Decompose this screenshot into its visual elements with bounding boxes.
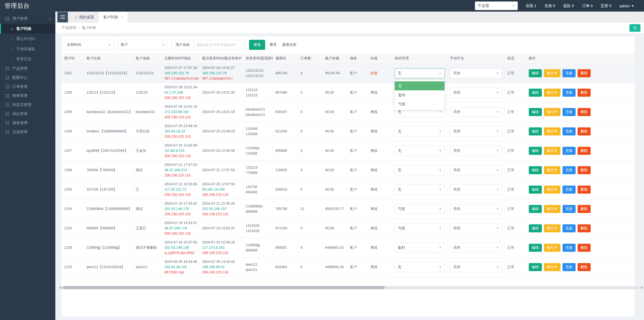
time-filter-select[interactable]: 全部时间 ▼	[64, 40, 114, 50]
risk-control-select[interactable]: 无▼	[395, 262, 445, 272]
risk-control-select[interactable]: 亏损▼	[395, 204, 445, 214]
action-button-编辑[interactable]: 编辑	[529, 205, 542, 213]
action-button-编辑[interactable]: 编辑	[529, 127, 542, 135]
action-button-充值[interactable]: 充值	[562, 224, 576, 232]
action-button-编辑[interactable]: 编辑	[529, 166, 542, 174]
sidebar-subitem-禁止IP访问[interactable]: ›禁止IP访问	[0, 34, 55, 44]
horizontal-scrollbar[interactable]: ◀ ▶	[58, 286, 644, 289]
topbar-stat-在线[interactable]: 在线 1	[526, 4, 537, 8]
action-button-充值[interactable]: 充值	[562, 263, 576, 271]
risk-control-select[interactable]: 亏损▼	[395, 223, 445, 233]
register-ip[interactable]: 172.233.88.162	[165, 109, 197, 115]
action-button-银行卡[interactable]: 银行卡	[544, 263, 560, 271]
risk-control-select[interactable]: 无▼	[395, 146, 445, 156]
action-button-删除[interactable]: 删除	[578, 108, 591, 116]
action-button-编辑[interactable]: 编辑	[529, 244, 542, 252]
action-button-银行卡[interactable]: 银行卡	[544, 89, 560, 97]
last-login-domain[interactable]: 467.2.haiwaiym14.t	[202, 76, 240, 81]
risk-control-select[interactable]: 无▼	[395, 185, 445, 195]
breadcrumb-item[interactable]: 客户列表	[82, 26, 96, 30]
tab-我的桌面[interactable]: ⌂我的桌面	[70, 12, 99, 23]
register-domain[interactable]: 206.238.220.116	[165, 115, 197, 120]
action-button-编辑[interactable]: 编辑	[529, 147, 542, 155]
scroll-left-icon[interactable]: ◀	[58, 286, 62, 289]
manual-close-select[interactable]: 关闭▼	[450, 243, 502, 253]
register-ip[interactable]: 169.150.222.76	[165, 70, 197, 76]
last-login-ip[interactable]: 202.53.146.157	[202, 206, 240, 211]
manual-close-select[interactable]: 关闭▼	[450, 165, 502, 175]
action-button-充值[interactable]: 充值	[562, 186, 576, 194]
last-login-ip[interactable]: 65.181.16.230	[202, 187, 240, 192]
action-button-编辑[interactable]: 编辑	[529, 263, 542, 271]
action-button-银行卡[interactable]: 银行卡	[544, 244, 560, 252]
action-button-编辑[interactable]: 编辑	[529, 69, 542, 77]
action-button-充值[interactable]: 充值	[562, 147, 576, 155]
action-button-银行卡[interactable]: 银行卡	[544, 127, 560, 135]
action-button-银行卡[interactable]: 银行卡	[544, 224, 560, 232]
register-domain[interactable]: 206.238.220.116	[165, 192, 197, 197]
manual-close-select[interactable]: 关闭▼	[450, 204, 502, 214]
manual-close-select[interactable]: 关闭▼	[450, 88, 502, 98]
last-login-domain[interactable]: 206.238.220.116	[202, 211, 240, 217]
action-button-编辑[interactable]: 编辑	[529, 224, 542, 232]
sidebar-collapse-button[interactable]	[57, 12, 68, 22]
sidebar-item-产品管理[interactable]: 产品管理‹	[0, 64, 55, 73]
sidebar-item-报表管理[interactable]: 报表管理‹	[0, 118, 55, 127]
action-button-银行卡[interactable]: 银行卡	[544, 108, 560, 116]
sidebar-item-订单管理[interactable]: 订单管理‹	[0, 82, 55, 91]
breadcrumb-item[interactable]: 产品管理	[62, 26, 76, 30]
last-login-ip[interactable]: 117.174.8.243	[202, 245, 240, 250]
risk-option-亏损[interactable]: 亏损	[395, 99, 445, 109]
register-domain[interactable]: 206.238.220.116	[165, 173, 197, 178]
register-domain[interactable]: 206.238.220.116	[165, 231, 197, 236]
sidebar-item-配置中心[interactable]: 配置中心‹	[0, 73, 55, 82]
sidebar-item-用户管理[interactable]: 用户管理∨	[0, 14, 55, 24]
manual-close-select[interactable]: 关闭▼	[450, 126, 502, 136]
sidebar-item-活动管理[interactable]: 活动管理‹	[0, 127, 55, 136]
register-ip[interactable]: 111.60.9.215	[165, 148, 197, 153]
site-select[interactable]: 不设置 ▼	[475, 2, 518, 10]
topbar-stat-定投[interactable]: 定投 0	[601, 4, 612, 8]
action-button-银行卡[interactable]: 银行卡	[544, 147, 560, 155]
manual-close-select[interactable]: 关闭▼	[450, 262, 502, 272]
reset-button[interactable]: 重置	[269, 43, 278, 47]
action-button-充值[interactable]: 充值	[562, 244, 576, 252]
register-domain[interactable]: 467.2.haiwaiym14.top	[165, 76, 197, 81]
topbar-stat-订单[interactable]: 订单 0	[582, 4, 593, 8]
action-button-删除[interactable]: 删除	[578, 224, 591, 232]
sidebar-subitem-登录日志[interactable]: ›登录日志	[0, 54, 55, 64]
risk-control-select[interactable]: 无▼	[395, 165, 445, 175]
action-button-删除[interactable]: 删除	[578, 205, 591, 213]
search-all-button[interactable]: 搜索全部	[281, 43, 297, 47]
sidebar-item-综合管理[interactable]: 综合管理‹	[0, 109, 55, 118]
register-domain[interactable]: 206.238.220.116	[165, 153, 197, 159]
action-button-删除[interactable]: 删除	[578, 89, 591, 97]
last-login-domain[interactable]: 206.238.220.116	[202, 270, 240, 275]
action-button-删除[interactable]: 删除	[578, 244, 591, 252]
action-button-删除[interactable]: 删除	[578, 127, 591, 135]
last-login-domain[interactable]: 206.238.220.116	[202, 192, 240, 197]
type-filter-select[interactable]: 客户 ▼	[117, 40, 168, 50]
register-ip[interactable]: 202.53.146.176	[165, 206, 197, 211]
register-domain[interactable]: 206.238.220.116	[165, 134, 197, 139]
risk-option-selected-无[interactable]: 无	[395, 81, 445, 90]
manual-close-select[interactable]: 关闭▼	[450, 107, 502, 117]
action-button-删除[interactable]: 删除	[578, 263, 591, 271]
register-domain[interactable]: 8672691.top	[165, 270, 197, 275]
action-button-银行卡[interactable]: 银行卡	[544, 186, 560, 194]
risk-control-select[interactable]: 无▼	[395, 126, 445, 136]
sidebar-subitem-客户列表[interactable]: ›客户列表	[0, 24, 55, 34]
action-button-删除[interactable]: 删除	[578, 147, 591, 155]
scrollbar-thumb[interactable]	[63, 286, 385, 289]
topbar-stat-充值[interactable]: 充值 0	[544, 4, 555, 8]
admin-menu[interactable]: admin ▼	[619, 4, 634, 8]
action-button-银行卡[interactable]: 银行卡	[544, 69, 560, 77]
sidebar-item-维单管理[interactable]: 维单管理‹	[0, 91, 55, 100]
manual-close-select[interactable]: 关闭▼	[450, 223, 502, 233]
topbar-stat-提款[interactable]: 提款 0	[563, 4, 574, 8]
action-button-银行卡[interactable]: 银行卡	[544, 166, 560, 174]
register-domain[interactable]: 206.238.220.116	[165, 95, 197, 100]
refresh-button[interactable]: ↻	[629, 24, 640, 32]
action-button-编辑[interactable]: 编辑	[529, 186, 542, 194]
action-button-编辑[interactable]: 编辑	[529, 89, 542, 97]
